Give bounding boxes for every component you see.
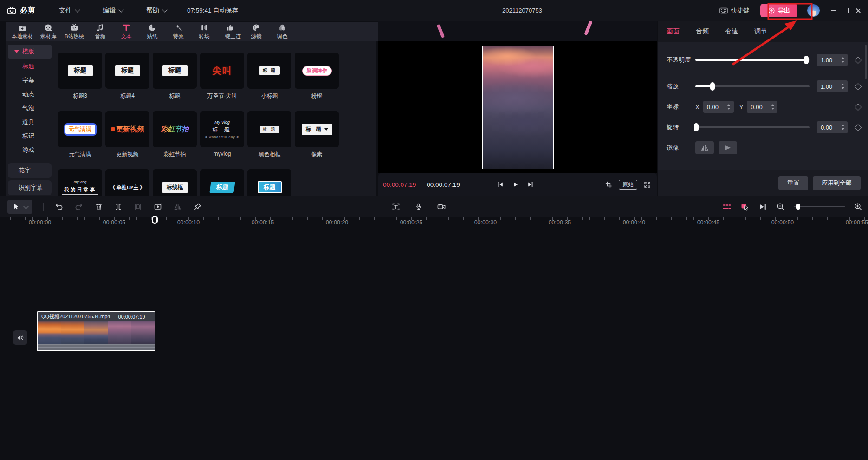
sidebar-item-subtitles[interactable]: 字幕 xyxy=(6,73,54,87)
next-frame-button[interactable] xyxy=(527,181,534,188)
undo-button[interactable] xyxy=(54,202,64,211)
inspector-tab-audio[interactable]: 音频 xyxy=(696,27,709,36)
template-card[interactable]: 标题 xyxy=(247,169,291,196)
tab-transitions[interactable]: 转场 xyxy=(191,22,217,41)
minimize-button[interactable] xyxy=(827,0,839,21)
sidebar-item-games[interactable]: 游戏 xyxy=(6,143,54,157)
export-button[interactable]: 导出 xyxy=(760,4,797,17)
template-card[interactable]: my vlog 我的日常事 xyxy=(58,169,102,196)
spinner-arrows-icon[interactable] xyxy=(725,104,734,110)
menu-edit[interactable]: 编辑 xyxy=(103,7,123,15)
template-card[interactable]: 标题 xyxy=(200,169,244,196)
timeline-zoom-slider[interactable] xyxy=(794,206,845,207)
playhead-handle[interactable] xyxy=(152,216,158,224)
timeline-tracks[interactable]: QQ视频20211207075534.mp4 00:00:07:19 xyxy=(0,227,868,460)
timeline-ruler[interactable]: 00:00:00 00:00:05 00:00:10 00:00:15 00:0… xyxy=(0,217,868,227)
track-mute-button[interactable] xyxy=(13,330,27,345)
template-card[interactable]: 标题 标题 xyxy=(153,53,197,100)
rotation-slider-handle[interactable] xyxy=(694,123,699,131)
mirror-vertical-button[interactable] xyxy=(719,141,737,154)
microphone-button[interactable] xyxy=(415,202,423,211)
select-tool-dropdown[interactable] xyxy=(7,200,32,214)
zoom-out-button[interactable] xyxy=(776,202,785,211)
text-recognition-button[interactable] xyxy=(391,202,401,211)
template-card[interactable]: 彩虹节拍 彩虹节拍 xyxy=(153,111,197,158)
opacity-slider[interactable] xyxy=(695,59,810,61)
spinner-arrows-icon[interactable] xyxy=(839,84,848,89)
keyframe-diamond-icon[interactable] xyxy=(855,83,862,90)
inspector-scrollbar[interactable] xyxy=(865,45,867,79)
rotation-slider[interactable] xyxy=(695,126,810,128)
tab-stickers[interactable]: 贴纸 xyxy=(139,22,165,41)
avatar[interactable] xyxy=(807,4,820,17)
rotation-value-input[interactable]: 0.00 xyxy=(817,121,848,133)
spinner-arrows-icon[interactable] xyxy=(769,104,777,110)
replace-clip-button[interactable] xyxy=(153,202,162,211)
redo-button[interactable] xyxy=(74,202,84,211)
video-clip[interactable]: QQ视频20211207075534.mp4 00:00:07:19 xyxy=(37,311,155,351)
scale-value-input[interactable]: 1.00 xyxy=(817,80,848,92)
template-card[interactable]: My Vlog 标 题 # wonderful day # myvlog xyxy=(200,111,244,158)
sidebar-item-dynamic[interactable]: 动态 xyxy=(6,87,54,101)
play-to-marker-button[interactable] xyxy=(758,203,767,211)
inspector-tab-speed[interactable]: 变速 xyxy=(725,27,738,36)
tab-effects[interactable]: 特效 xyxy=(165,22,191,41)
preview-canvas[interactable] xyxy=(378,41,657,173)
select-range-button[interactable] xyxy=(133,202,143,211)
previous-frame-button[interactable] xyxy=(497,181,504,188)
apply-to-all-button[interactable]: 应用到全部 xyxy=(813,176,861,190)
inspector-tab-picture[interactable]: 画面 xyxy=(667,27,680,36)
preview-follow-toggle-icon[interactable] xyxy=(740,203,750,211)
template-card[interactable]: 更新视频 更新视频 xyxy=(105,111,149,158)
menu-file[interactable]: 文件 xyxy=(59,7,79,15)
zoom-slider-handle[interactable] xyxy=(796,204,800,210)
sidebar-item-props[interactable]: 道具 xyxy=(6,115,54,129)
inspector-tab-adjust[interactable]: 调节 xyxy=(754,27,767,36)
video-right-handle[interactable] xyxy=(553,46,554,169)
scale-slider[interactable] xyxy=(695,85,810,87)
sidebar-item-templates[interactable]: 模版 xyxy=(8,45,52,59)
preview-video[interactable] xyxy=(483,46,553,169)
template-card[interactable]: 标题 标题4 xyxy=(105,53,149,100)
aspect-ratio-button[interactable]: 原始 xyxy=(619,180,637,190)
zoom-in-button[interactable] xyxy=(854,202,862,211)
delete-button[interactable] xyxy=(94,202,103,211)
template-card[interactable]: 尖叫 万圣节-尖叫 xyxy=(200,53,244,100)
tab-library[interactable]: 素材库 xyxy=(35,22,61,41)
position-x-input[interactable]: 0.00 xyxy=(703,101,734,113)
menu-help[interactable]: 帮助 xyxy=(146,7,167,15)
tab-audio[interactable]: 音频 xyxy=(87,22,113,41)
template-card[interactable]: 标 题 黑色相框 xyxy=(247,111,291,158)
sidebar-item-bubbles[interactable]: 气泡 xyxy=(6,101,54,115)
tab-local-media[interactable]: 本地素材 xyxy=(9,22,35,41)
playhead[interactable] xyxy=(152,216,158,448)
crop-icon[interactable] xyxy=(605,181,613,189)
reset-button[interactable]: 重置 xyxy=(778,176,808,190)
tab-color-grading[interactable]: 调色 xyxy=(269,22,295,41)
tab-filters[interactable]: 滤镜 xyxy=(243,22,269,41)
sidebar-item-auto-captions[interactable]: 识别字幕 xyxy=(8,180,52,195)
mirror-horizontal-button[interactable] xyxy=(695,141,714,154)
opacity-value-input[interactable]: 1.00 xyxy=(817,54,848,66)
snap-toggle-icon[interactable] xyxy=(722,203,732,211)
tab-triple-like[interactable]: 一键三连 xyxy=(217,22,243,41)
pin-button[interactable] xyxy=(193,202,202,211)
video-left-handle[interactable] xyxy=(482,46,483,169)
template-card[interactable]: 《 单推UP主 》 xyxy=(105,169,149,196)
fullscreen-icon[interactable] xyxy=(643,181,651,189)
sidebar-item-titles[interactable]: 标题 xyxy=(6,59,54,73)
opacity-slider-handle[interactable] xyxy=(804,56,809,64)
record-camera-button[interactable] xyxy=(437,202,447,211)
template-card[interactable]: 标 题 小标题 xyxy=(247,53,291,100)
shortcut-button[interactable]: 快捷键 xyxy=(719,7,749,15)
template-card[interactable]: 脑洞神作 粉橙 xyxy=(295,53,339,100)
keyframe-diamond-icon[interactable] xyxy=(855,56,862,64)
sidebar-item-markers[interactable]: 标记 xyxy=(6,129,54,143)
close-button[interactable] xyxy=(852,0,864,21)
template-card[interactable]: 标线框 xyxy=(153,169,197,196)
spinner-arrows-icon[interactable] xyxy=(839,125,848,130)
play-button[interactable] xyxy=(512,181,519,188)
tab-bilibili-memes[interactable]: B站热梗 xyxy=(61,22,87,41)
template-card[interactable]: 元气满满 元气满满 xyxy=(58,111,102,158)
scale-slider-handle[interactable] xyxy=(710,82,715,91)
